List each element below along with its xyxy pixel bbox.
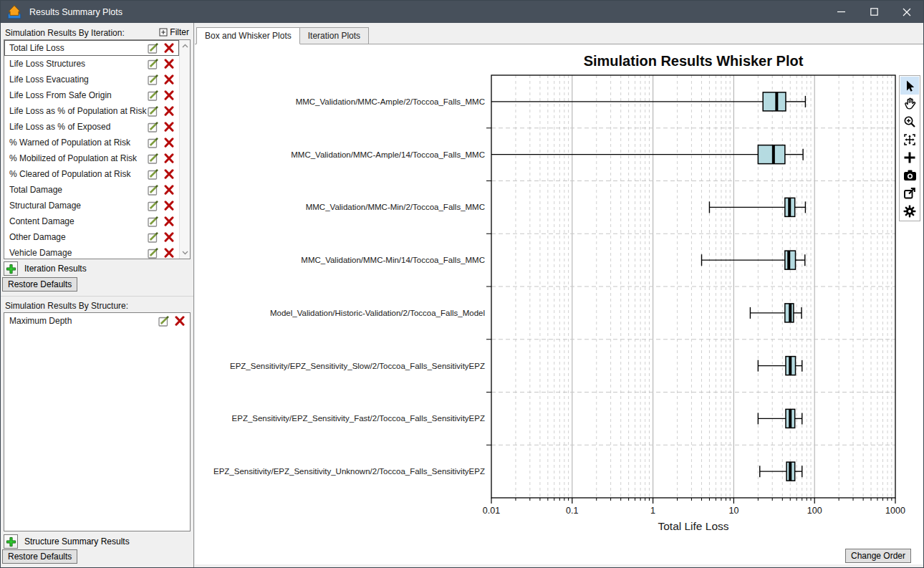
results-summary-plots-window: { "window": { "title": "Results Summary … xyxy=(0,0,924,568)
list-item-label: % Cleared of Population at Risk xyxy=(9,169,148,179)
delete-x-icon[interactable] xyxy=(163,90,175,101)
delete-x-icon[interactable] xyxy=(163,153,175,164)
whisker-box xyxy=(758,145,784,164)
delete-x-icon[interactable] xyxy=(163,247,175,259)
delete-x-icon[interactable] xyxy=(163,168,175,180)
edit-icon[interactable] xyxy=(148,74,159,85)
edit-icon[interactable] xyxy=(148,105,159,117)
zoom-extents-tool[interactable] xyxy=(900,130,919,148)
restore-defaults-iteration-button[interactable]: Restore Defaults xyxy=(2,277,77,292)
list-item-label: % Mobilized of Population at Risk xyxy=(9,153,148,163)
list-item[interactable]: Structural Damage xyxy=(4,198,179,213)
maximize-icon xyxy=(870,8,878,16)
iteration-section-heading: Simulation Results By Iteration: xyxy=(5,28,125,38)
delete-x-icon[interactable] xyxy=(163,200,175,211)
maximize-button[interactable] xyxy=(857,1,890,23)
list-item[interactable]: % Mobilized of Population at Risk xyxy=(4,150,179,166)
edit-icon[interactable] xyxy=(148,216,159,227)
list-item[interactable]: Life Loss From Safe Origin xyxy=(4,87,179,103)
category-label: EPZ_Sensitivity/EPZ_Sensitivity_Unknown/… xyxy=(213,467,485,476)
select-cursor-tool[interactable] xyxy=(900,77,919,95)
delete-x-icon[interactable] xyxy=(163,105,175,117)
export-tool[interactable] xyxy=(900,184,919,202)
svg-text:0.1: 0.1 xyxy=(566,506,578,516)
delete-x-icon[interactable] xyxy=(163,231,175,243)
svg-text:10: 10 xyxy=(728,506,738,516)
list-item-label: % Warned of Population at Risk xyxy=(9,138,148,148)
restore-defaults-structure-button[interactable]: Restore Defaults xyxy=(2,549,77,564)
list-item[interactable]: % Warned of Population at Risk xyxy=(4,135,179,150)
list-item[interactable]: Vehicle Damage xyxy=(4,245,179,259)
add-plus-tool[interactable] xyxy=(900,148,919,166)
category-label: MMC_Validation/MMC-Min/2/Toccoa_Falls_MM… xyxy=(306,203,485,211)
tab-iteration-plots[interactable]: Iteration Plots xyxy=(299,27,369,44)
delete-x-icon[interactable] xyxy=(163,184,175,196)
delete-x-icon[interactable] xyxy=(163,42,175,54)
add-iteration-results-button[interactable] xyxy=(4,261,18,276)
edit-icon[interactable] xyxy=(148,168,159,180)
list-item[interactable]: Other Damage xyxy=(4,229,179,245)
minimize-button[interactable] xyxy=(824,1,857,23)
zoom-in-tool[interactable] xyxy=(900,112,919,130)
edit-icon[interactable] xyxy=(148,90,159,101)
list-item[interactable]: Maximum Depth xyxy=(4,313,190,329)
tab-box-and-whisker-plots[interactable]: Box and Whisker Plots xyxy=(196,27,300,44)
close-button[interactable] xyxy=(890,1,923,23)
filter-button[interactable]: Filter xyxy=(159,27,189,37)
minimize-icon xyxy=(837,8,845,16)
list-item-label: Total Life Loss xyxy=(9,43,148,53)
list-item-label: Structural Damage xyxy=(9,201,148,211)
list-item[interactable]: Life Loss as % of Exposed xyxy=(4,119,179,135)
list-item[interactable]: Life Loss Structures xyxy=(4,56,179,72)
x-axis-title: Total Life Loss xyxy=(491,520,895,533)
window-title: Results Summary Plots xyxy=(29,7,122,17)
list-item[interactable]: Total Life Loss xyxy=(4,40,179,56)
list-item[interactable]: Total Damage xyxy=(4,182,179,198)
list-item[interactable]: Life Loss Evacuating xyxy=(4,72,179,87)
iteration-results-list: Total Life Loss Life Loss Structures Lif… xyxy=(4,39,191,259)
delete-x-icon[interactable] xyxy=(163,74,175,85)
delete-x-icon[interactable] xyxy=(163,137,175,148)
edit-icon[interactable] xyxy=(148,121,159,133)
svg-text:1: 1 xyxy=(650,506,655,516)
delete-x-icon[interactable] xyxy=(163,216,175,227)
delete-x-icon[interactable] xyxy=(163,58,175,69)
add-structure-summary-label: Structure Summary Results xyxy=(24,536,130,547)
edit-icon[interactable] xyxy=(148,200,159,211)
filter-label: Filter xyxy=(170,27,189,37)
add-plus-icon xyxy=(903,151,916,164)
plus-icon xyxy=(6,264,16,274)
add-structure-summary-row: Structure Summary Results xyxy=(4,534,130,549)
add-structure-summary-button[interactable] xyxy=(4,534,18,549)
scroll-down-button[interactable] xyxy=(180,247,191,259)
list-item[interactable]: % Cleared of Population at Risk xyxy=(4,166,179,182)
window-titlebar: Results Summary Plots xyxy=(1,1,923,23)
list-item-label: Vehicle Damage xyxy=(9,248,148,258)
settings-tool[interactable] xyxy=(900,202,919,220)
iteration-list-scrollbar[interactable] xyxy=(179,40,190,259)
edit-icon[interactable] xyxy=(148,184,159,196)
delete-x-icon[interactable] xyxy=(163,121,175,133)
zoom-in-icon xyxy=(903,115,916,128)
select-cursor-icon xyxy=(903,80,916,92)
list-item-label: Life Loss Evacuating xyxy=(9,74,148,85)
pan-hand-tool[interactable] xyxy=(900,95,919,112)
export-icon xyxy=(903,187,916,200)
pan-hand-icon xyxy=(903,97,917,110)
list-item[interactable]: Content Damage xyxy=(4,213,179,229)
delete-x-icon[interactable] xyxy=(174,315,186,327)
edit-icon[interactable] xyxy=(148,153,159,164)
list-item[interactable]: Life Loss as % of Population at Risk xyxy=(4,103,179,119)
whisker-plot-canvas[interactable]: 0.010.11101001000MMC_Validation/MMC-Ampl… xyxy=(195,44,923,546)
scroll-up-button[interactable] xyxy=(180,40,191,52)
app-lifesim-icon xyxy=(6,4,22,20)
edit-icon[interactable] xyxy=(148,42,159,54)
list-item-label: Total Damage xyxy=(9,185,148,195)
change-order-button[interactable]: Change Order xyxy=(845,549,911,563)
edit-icon[interactable] xyxy=(148,231,159,243)
camera-snapshot-tool[interactable] xyxy=(900,166,919,184)
edit-icon[interactable] xyxy=(148,247,159,259)
edit-icon[interactable] xyxy=(148,58,159,69)
edit-icon[interactable] xyxy=(158,315,170,327)
edit-icon[interactable] xyxy=(148,137,159,148)
